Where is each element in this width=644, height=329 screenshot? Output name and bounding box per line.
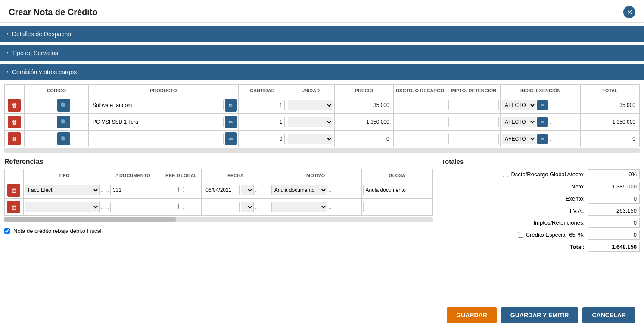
iva-label: I.V.A.: (570, 207, 585, 214)
ref-col-documento: # DOCUMENTO (105, 169, 161, 182)
unidad-row1-select[interactable] (288, 100, 333, 110)
close-icon: ✕ (627, 8, 632, 16)
cantidad-row2-input[interactable] (240, 117, 285, 127)
ref-col-global: REF. GLOBAL (161, 169, 202, 182)
producto-row2-input[interactable] (90, 117, 224, 127)
ref-global-ref1-checkbox[interactable] (178, 187, 184, 192)
total-label: Total: (570, 244, 585, 250)
edit-row1-button[interactable]: ✏ (225, 99, 236, 112)
indic-edit-row1-button[interactable]: ✏ (537, 100, 548, 110)
dscto-row2-input[interactable] (395, 117, 445, 127)
footer-buttons: GUARDAR GUARDAR Y EMITIR CANCELAR (0, 301, 644, 329)
edit-row2-button[interactable]: ✏ (225, 116, 236, 128)
tipo-ref1-select[interactable]: Fact. Elect. (25, 185, 100, 195)
documento-ref1-input[interactable] (110, 185, 159, 195)
cancelar-button[interactable]: CANCELAR (582, 307, 635, 323)
delete-row-2-button[interactable]: 🗑 (8, 116, 21, 128)
impto-row2-input[interactable] (448, 117, 499, 127)
search-row2-button[interactable]: 🔍 (57, 116, 70, 128)
fecha-ref1-select[interactable] (241, 185, 254, 195)
table-row: 🗑 🔍 ✏ (5, 114, 640, 131)
indic-row1-select[interactable]: AFECTO (502, 100, 536, 110)
col-producto: PRODUCTO (88, 85, 238, 97)
codigo-row1-input[interactable] (26, 100, 56, 110)
col-action (5, 85, 25, 97)
total-row2-input[interactable] (582, 117, 638, 127)
impto-row1-input[interactable] (448, 100, 499, 110)
glosa-ref2-input[interactable] (363, 202, 431, 212)
glosa-ref1-input[interactable] (363, 185, 431, 195)
indic-edit-row3-button[interactable]: ✏ (537, 134, 548, 144)
ref-row: 🗑 .. (5, 199, 433, 216)
precio-row1-input[interactable] (336, 100, 392, 110)
guardar-emitir-button[interactable]: GUARDAR Y EMITIR (501, 307, 579, 323)
producto-row3-input[interactable] (90, 134, 224, 144)
codigo-row3-input[interactable] (26, 134, 56, 144)
neto-label: Neto: (571, 183, 585, 190)
section-detalles-despacho[interactable]: › Detalles de Despacho (0, 26, 644, 42)
codigo-row2-input[interactable] (26, 117, 56, 127)
guardar-button[interactable]: GUARDAR (447, 307, 497, 323)
impto-row3-input[interactable] (448, 134, 499, 144)
modal-title: Crear Nota de Crédito (9, 7, 98, 17)
total-row1-input[interactable] (582, 100, 638, 110)
cantidad-row1-input[interactable] (240, 100, 285, 110)
indic-row3-select[interactable]: AFECTO (502, 134, 536, 144)
col-precio: PRECIO (335, 85, 394, 97)
ref-row: 🗑 Fact. Elect. .. (5, 182, 433, 199)
ref-table-hscroll[interactable] (4, 217, 433, 222)
nota-credito-checkbox-row: Nota de crédito rebaja débito Fiscal (4, 228, 433, 234)
modal-crear-nota-credito: Crear Nota de Crédito ✕ › Detalles de De… (0, 0, 644, 329)
indic-sep-row1: .. (548, 103, 551, 108)
indic-row2-select[interactable]: AFECTO (502, 117, 536, 127)
dscto-row3-input[interactable] (395, 134, 445, 144)
section-tipo-servicios[interactable]: › Tipo de Servicios (0, 45, 644, 61)
fecha-ref2-input[interactable] (203, 202, 240, 212)
col-cantidad: CANTIDAD (238, 85, 286, 97)
ref-col-fecha: FECHA (202, 169, 270, 182)
credito-especial-checkbox[interactable] (518, 232, 523, 238)
unidad-row3-select[interactable] (288, 134, 333, 144)
iva-value: 263.150 (616, 207, 637, 214)
dscto-row1-input[interactable] (395, 100, 445, 110)
delete-ref-2-button[interactable]: 🗑 (7, 201, 20, 213)
nota-credito-checkbox[interactable] (4, 228, 10, 234)
producto-row1-input[interactable] (90, 100, 224, 110)
exento-value: 0 (634, 195, 637, 202)
fecha-ref2-select[interactable] (241, 202, 254, 212)
credito-especial-label: Crédito Especial (526, 232, 567, 238)
close-button[interactable]: ✕ (623, 6, 635, 18)
total-row3-input[interactable] (582, 134, 638, 144)
dscto-global-checkbox[interactable] (503, 172, 508, 177)
unidad-row2-select[interactable] (288, 117, 333, 127)
products-table-hscroll[interactable] (4, 148, 640, 153)
delete-ref-1-button[interactable]: 🗑 (7, 184, 20, 197)
documento-ref2-input[interactable] (110, 202, 159, 212)
search-row1-button[interactable]: 🔍 (57, 99, 70, 112)
bottom-area: Referencias TIPO # DOCUMENTO REF. GLOBAL… (0, 158, 644, 252)
cantidad-row3-input[interactable] (240, 134, 285, 144)
precio-row2-input[interactable] (336, 117, 392, 127)
precio-row3-input[interactable] (336, 134, 392, 144)
products-table-area: CÓDIGO PRODUCTO CANTIDAD UNIDAD PRECIO D… (0, 84, 644, 154)
table-row: 🗑 🔍 ✏ (5, 131, 640, 147)
col-unidad: UNIDAD (286, 85, 335, 97)
motivo-ref2-select[interactable] (271, 202, 327, 212)
imptos-value: 0 (634, 219, 637, 226)
indic-edit-row2-button[interactable]: ✏ (537, 117, 548, 127)
section-comision[interactable]: › Comisión y otros cargos (0, 64, 644, 80)
motivo-ref1-select[interactable]: Anula documento (271, 185, 327, 195)
edit-row3-button[interactable]: ✏ (225, 132, 236, 145)
fecha-ref1-input[interactable] (203, 185, 240, 195)
exento-label: Exento: (566, 195, 585, 202)
delete-row-1-button[interactable]: 🗑 (8, 99, 21, 112)
credito-especial-value: 0 (634, 232, 637, 238)
delete-row-3-button[interactable]: 🗑 (8, 132, 21, 145)
search-row3-button[interactable]: 🔍 (57, 132, 70, 145)
total-value: 1.648.150 (612, 244, 637, 250)
products-table: CÓDIGO PRODUCTO CANTIDAD UNIDAD PRECIO D… (4, 84, 640, 147)
ref-global-ref2-checkbox[interactable] (178, 204, 184, 209)
ref-col-motivo: MOTIVO (270, 169, 361, 182)
col-impto: IMPTO. RETENCIÓN (447, 85, 500, 97)
tipo-ref2-select[interactable] (25, 202, 100, 212)
